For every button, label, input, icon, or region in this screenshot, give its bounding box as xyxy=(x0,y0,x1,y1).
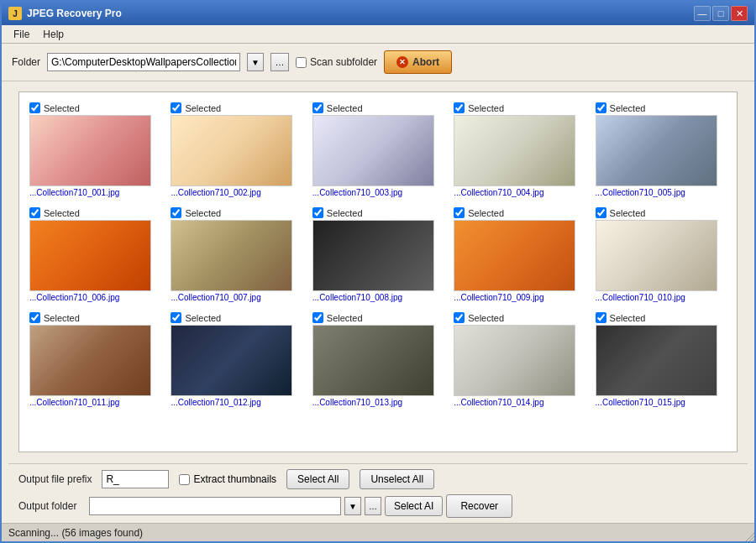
image-checkbox[interactable] xyxy=(29,207,40,218)
image-checkbox[interactable] xyxy=(29,312,40,323)
image-filename: ...Collection710_014.jpg xyxy=(454,398,575,407)
image-cell: Selected ...Collection710_010.jpg xyxy=(592,204,730,305)
menu-bar: File Help xyxy=(2,25,754,44)
image-cell: Selected ...Collection710_001.jpg xyxy=(26,99,164,201)
minimize-button[interactable]: — xyxy=(694,6,711,21)
maximize-button[interactable]: □ xyxy=(712,6,729,21)
image-checkbox[interactable] xyxy=(312,102,323,113)
prefix-label: Output file prefix xyxy=(18,473,92,485)
image-selected-label: Selected xyxy=(468,313,504,323)
bottom-row1: Output file prefix Extract thumbnails Se… xyxy=(18,469,738,489)
folder-input[interactable] xyxy=(47,53,240,71)
status-bar: Scanning... (56 images found) xyxy=(2,523,754,541)
image-grid-wrapper: Selected ...Collection710_001.jpg Select… xyxy=(8,85,748,463)
image-grid-container[interactable]: Selected ...Collection710_001.jpg Select… xyxy=(18,91,738,452)
abort-icon: ✕ xyxy=(396,56,408,68)
image-checkbox[interactable] xyxy=(454,207,465,218)
image-filename: ...Collection710_006.jpg xyxy=(29,293,151,302)
image-thumbnail[interactable] xyxy=(454,115,575,186)
image-cell: Selected ...Collection710_004.jpg xyxy=(450,99,588,201)
image-thumbnail[interactable] xyxy=(454,220,575,291)
status-text: Scanning... (56 images found) xyxy=(8,527,143,539)
image-cell: Selected ...Collection710_005.jpg xyxy=(592,99,730,201)
image-thumbnail[interactable] xyxy=(312,220,434,291)
image-cell-header: Selected xyxy=(454,102,504,113)
image-filename: ...Collection710_012.jpg xyxy=(171,398,292,407)
image-thumbnail[interactable] xyxy=(171,325,292,396)
output-dropdown-button[interactable]: ▼ xyxy=(344,497,361,515)
image-checkbox[interactable] xyxy=(171,102,181,113)
image-selected-label: Selected xyxy=(327,103,363,113)
app-title: JPEG Recovery Pro xyxy=(27,8,122,19)
select-ai-button[interactable]: Select AI xyxy=(385,496,443,516)
app-window: J JPEG Recovery Pro — □ ✕ File Help Fold… xyxy=(0,0,756,543)
image-thumbnail[interactable] xyxy=(29,325,151,396)
image-cell-header: Selected xyxy=(312,312,363,323)
output-browse-button[interactable]: … xyxy=(365,497,381,515)
output-folder-input[interactable] xyxy=(89,497,341,515)
select-all-button[interactable]: Select All xyxy=(286,469,349,489)
title-bar-controls: — □ ✕ xyxy=(694,6,748,21)
bottom-row2: Output folder ▼ … Select AI Recover xyxy=(18,494,738,518)
size-grip xyxy=(741,528,754,541)
image-filename: ...Collection710_009.jpg xyxy=(454,293,575,302)
image-thumbnail[interactable] xyxy=(596,220,717,291)
image-checkbox[interactable] xyxy=(596,207,606,218)
image-selected-label: Selected xyxy=(185,313,221,323)
folder-dropdown-button[interactable]: ▼ xyxy=(247,53,264,71)
unselect-all-button[interactable]: Unselect All xyxy=(360,469,434,489)
image-thumbnail[interactable] xyxy=(312,115,434,186)
image-cell-header: Selected xyxy=(596,207,646,218)
scan-subfolder-checkbox[interactable] xyxy=(296,57,307,68)
image-cell: Selected ...Collection710_014.jpg xyxy=(450,309,588,410)
image-cell-header: Selected xyxy=(596,102,646,113)
bottom-panel: Output file prefix Extract thumbnails Se… xyxy=(8,463,748,523)
image-filename: ...Collection710_002.jpg xyxy=(171,188,292,197)
image-cell: Selected ...Collection710_015.jpg xyxy=(592,309,730,410)
menu-help[interactable]: Help xyxy=(36,27,71,42)
recover-button[interactable]: Recover xyxy=(446,494,512,518)
image-checkbox[interactable] xyxy=(596,312,606,323)
image-checkbox[interactable] xyxy=(312,312,323,323)
image-thumbnail[interactable] xyxy=(312,325,434,396)
image-checkbox[interactable] xyxy=(454,102,465,113)
image-thumbnail[interactable] xyxy=(29,115,151,186)
image-thumbnail[interactable] xyxy=(171,220,292,291)
image-cell: Selected ...Collection710_011.jpg xyxy=(26,309,164,410)
abort-button[interactable]: ✕ Abort xyxy=(384,50,452,74)
image-cell: Selected ...Collection710_009.jpg xyxy=(450,204,588,305)
title-bar-left: J JPEG Recovery Pro xyxy=(8,7,122,20)
image-checkbox[interactable] xyxy=(29,102,40,113)
image-filename: ...Collection710_004.jpg xyxy=(454,188,575,197)
svg-line-2 xyxy=(753,540,754,541)
image-thumbnail[interactable] xyxy=(454,325,575,396)
output-folder-label: Output folder xyxy=(18,500,86,512)
image-thumbnail[interactable] xyxy=(29,220,151,291)
close-button[interactable]: ✕ xyxy=(731,6,748,21)
image-checkbox[interactable] xyxy=(596,102,606,113)
image-cell: Selected ...Collection710_003.jpg xyxy=(309,99,447,201)
image-cell-header: Selected xyxy=(171,207,221,218)
image-checkbox[interactable] xyxy=(312,207,323,218)
image-cell: Selected ...Collection710_013.jpg xyxy=(309,309,447,410)
image-filename: ...Collection710_003.jpg xyxy=(312,188,434,197)
image-thumbnail[interactable] xyxy=(596,115,717,186)
image-checkbox[interactable] xyxy=(171,207,181,218)
browse-button[interactable]: … xyxy=(270,53,289,71)
image-checkbox[interactable] xyxy=(454,312,465,323)
image-selected-label: Selected xyxy=(185,103,221,113)
image-selected-label: Selected xyxy=(610,103,646,113)
image-cell-header: Selected xyxy=(596,312,646,323)
image-selected-label: Selected xyxy=(468,208,504,218)
image-checkbox[interactable] xyxy=(171,312,181,323)
scan-subfolder-label: Scan subfolder xyxy=(296,56,377,68)
image-selected-label: Selected xyxy=(44,103,80,113)
image-filename: ...Collection710_010.jpg xyxy=(596,293,717,302)
extract-thumbnails-checkbox[interactable] xyxy=(179,474,190,485)
menu-file[interactable]: File xyxy=(7,27,36,42)
image-thumbnail[interactable] xyxy=(171,115,292,186)
image-selected-label: Selected xyxy=(468,103,504,113)
prefix-input[interactable] xyxy=(102,470,169,488)
image-thumbnail[interactable] xyxy=(596,325,717,396)
image-selected-label: Selected xyxy=(327,208,363,218)
